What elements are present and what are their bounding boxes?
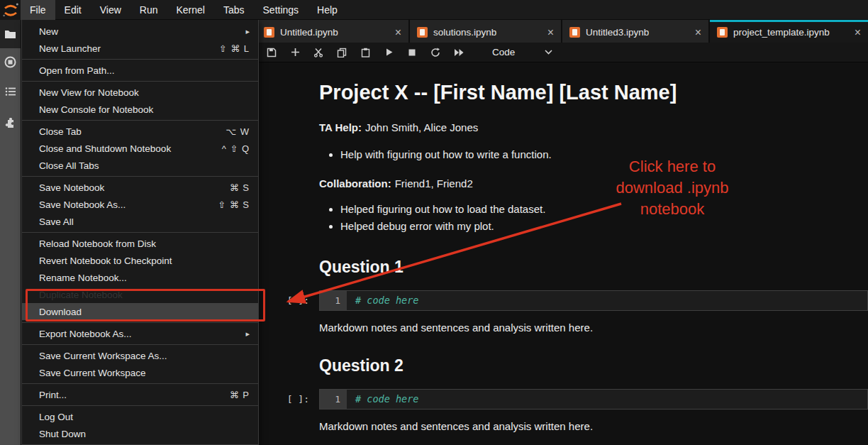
menu-item-save-current-workspace-as[interactable]: Save Current Workspace As... — [22, 347, 258, 364]
menu-edit[interactable]: Edit — [55, 0, 91, 20]
main-dock-panel: Untitled.ipynb × solutions.ipynb × Untit… — [257, 20, 868, 445]
menu-item-new[interactable]: New▸ — [22, 23, 258, 40]
code-text: # code here — [347, 390, 418, 409]
menu-item-save-current-workspace[interactable]: Save Current Workspace — [22, 364, 258, 381]
paste-icon[interactable] — [360, 47, 371, 58]
question-2-heading: Question 2 — [319, 356, 868, 375]
tab-solutions-ipynb[interactable]: solutions.ipynb × — [410, 20, 561, 43]
stop-icon[interactable] — [406, 47, 418, 58]
tab-untitled3-ipynb[interactable]: Untitled3.ipynb × — [562, 20, 708, 43]
cell-prompt: [ ]: — [257, 290, 319, 311]
menu-item-new-view-for-notebook[interactable]: New View for Notebook — [22, 84, 258, 101]
tab-untitled-ipynb[interactable]: Untitled.ipynb × — [257, 20, 408, 43]
chevron-down-icon — [545, 50, 552, 55]
code-text: # code here — [347, 291, 418, 310]
menu-item-close-all-tabs[interactable]: Close All Tabs — [22, 157, 258, 174]
menu-tabs[interactable]: Tabs — [214, 0, 254, 20]
file-browser-icon[interactable] — [0, 25, 21, 43]
markdown-cell[interactable]: Markdown notes and sentences and analysi… — [319, 420, 868, 432]
menu-item-rename-notebook[interactable]: Rename Notebook... — [22, 269, 258, 286]
menu-item-close-and-shutdown-notebook[interactable]: Close and Shutdown Notebook^ ⇧ Q — [22, 140, 258, 157]
cell-prompt: [ ]: — [257, 389, 319, 410]
markdown-cell[interactable]: Markdown notes and sentences and analysi… — [319, 322, 868, 334]
copy-icon[interactable] — [336, 47, 347, 58]
submenu-arrow-icon: ▸ — [245, 27, 250, 36]
menu-bar: File Edit View Run Kernel Tabs Settings … — [0, 0, 868, 20]
menu-run[interactable]: Run — [130, 0, 167, 20]
menu-help[interactable]: Help — [308, 0, 347, 20]
close-tab-icon[interactable]: × — [849, 27, 861, 38]
bullet-item: Helped debug error with my plot. — [340, 218, 868, 235]
line-number: 1 — [320, 291, 347, 310]
extension-manager-icon[interactable] — [0, 114, 21, 133]
restart-kernel-icon[interactable] — [430, 47, 441, 58]
menu-item-revert-notebook-to-checkpoint[interactable]: Revert Notebook to Checkpoint — [22, 252, 258, 269]
activity-bar — [0, 20, 21, 445]
run-icon[interactable] — [383, 47, 394, 58]
close-tab-icon[interactable]: × — [542, 27, 554, 38]
menu-item-new-launcher[interactable]: New Launcher⇧ ⌘ L — [22, 40, 258, 57]
code-editor[interactable]: 1 # code here — [319, 290, 868, 311]
cut-icon[interactable] — [313, 47, 324, 58]
notebook-file-icon — [264, 27, 274, 38]
line-number: 1 — [320, 390, 347, 409]
cell-type-dropdown[interactable]: Code — [492, 47, 552, 57]
annotation-text: Click here to download .ipynb notebook — [587, 156, 757, 220]
running-kernels-icon[interactable] — [0, 53, 21, 71]
menu-file[interactable]: File — [21, 0, 55, 20]
tab-project-template-ipynb[interactable]: project_template.ipynb × — [710, 20, 868, 43]
menu-item-new-console-for-notebook[interactable]: New Console for Notebook — [22, 101, 258, 118]
submenu-arrow-icon: ▸ — [245, 329, 250, 339]
menu-view[interactable]: View — [91, 0, 130, 20]
menu-item-close-tab[interactable]: Close Tab⌥ W — [22, 123, 258, 140]
menu-item-log-out[interactable]: Log Out — [22, 408, 258, 425]
code-cell: [ ]: 1 # code here — [257, 389, 868, 410]
menu-kernel[interactable]: Kernel — [167, 0, 213, 20]
code-cell: [ ]: 1 # code here — [257, 290, 868, 311]
notebook-content: Project X -- [First Name] [Last Name] TA… — [257, 62, 868, 445]
jupyter-logo-icon — [0, 0, 21, 20]
annotation-highlight-box — [26, 289, 265, 322]
jupyterlab-window: File Edit View Run Kernel Tabs Settings … — [0, 0, 868, 445]
menu-item-print[interactable]: Print...⌘ P — [22, 386, 258, 403]
notebook-file-icon — [569, 27, 580, 38]
tab-bar: Untitled.ipynb × solutions.ipynb × Untit… — [257, 20, 868, 43]
menu-settings[interactable]: Settings — [254, 0, 308, 20]
notebook-toolbar: Code — [257, 43, 868, 62]
save-icon[interactable] — [266, 47, 277, 58]
close-tab-icon[interactable]: × — [389, 27, 401, 38]
menu-item-save-notebook-as[interactable]: Save Notebook As...⇧ ⌘ S — [22, 196, 258, 213]
insert-cell-icon[interactable] — [289, 47, 301, 58]
close-tab-icon[interactable]: × — [689, 27, 701, 38]
notebook-title: Project X -- [First Name] [Last Name] — [319, 81, 868, 104]
notebook-file-icon — [417, 27, 428, 38]
table-of-contents-icon[interactable] — [0, 82, 21, 101]
menu-item-shut-down[interactable]: Shut Down — [22, 425, 258, 442]
menu-item-save-all[interactable]: Save All — [22, 213, 258, 230]
menu-item-save-notebook[interactable]: Save Notebook⌘ S — [22, 179, 258, 196]
menu-item-export-notebook-as[interactable]: Export Notebook As...▸ — [22, 325, 258, 342]
code-editor[interactable]: 1 # code here — [319, 389, 868, 410]
ta-help-line: TA Help:John Smith, Alice Jones — [319, 121, 868, 133]
question-1-heading: Question 1 — [319, 258, 868, 277]
menu-item-reload-notebook-from-disk[interactable]: Reload Notebook from Disk — [22, 235, 258, 252]
notebook-file-icon — [717, 27, 728, 38]
run-all-icon[interactable] — [453, 47, 464, 58]
menu-item-open-from-path[interactable]: Open from Path... — [22, 62, 258, 79]
file-menu-dropdown: New▸ New Launcher⇧ ⌘ L Open from Path...… — [21, 20, 259, 445]
